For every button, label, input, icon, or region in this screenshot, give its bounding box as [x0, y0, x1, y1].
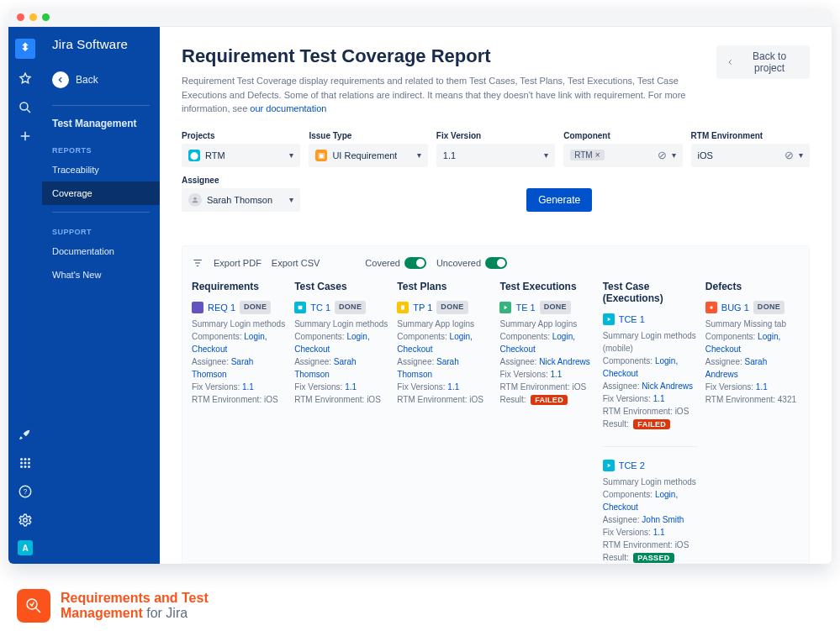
- svg-point-8: [24, 465, 27, 468]
- card-tp1[interactable]: TP 1 DONE Summary App logins Components:…: [397, 301, 491, 407]
- filter-label-issue-type: Issue Type: [309, 131, 427, 140]
- column-tce: Test Case (Executions): [603, 281, 697, 304]
- column-test-plans: Test Plans: [397, 281, 491, 292]
- product-name: Jira Software: [42, 37, 160, 66]
- covered-toggle[interactable]: Covered: [365, 257, 426, 269]
- chevron-down-icon: ▾: [544, 150, 548, 160]
- filter-label-assignee: Assignee: [182, 176, 300, 185]
- sidebar-item-documentation[interactable]: Documentation: [42, 239, 160, 263]
- assignee-select[interactable]: Sarah Thomson ▾: [182, 188, 300, 212]
- issue-type-select[interactable]: ▣UI Requirement ▾: [309, 144, 427, 167]
- chevron-down-icon: ▾: [289, 150, 293, 160]
- clear-icon[interactable]: ⊘: [785, 149, 794, 161]
- documentation-link[interactable]: our documentation: [250, 103, 326, 113]
- window-minimize-icon[interactable]: [29, 13, 37, 21]
- chevron-down-icon: ▾: [672, 150, 676, 160]
- export-csv-button[interactable]: Export CSV: [272, 258, 320, 268]
- project-sidebar: Jira Software Back Test Management REPOR…: [42, 27, 160, 564]
- back-link[interactable]: Back: [42, 66, 160, 102]
- card-tce2[interactable]: TCE 2 Summary Login methods Components: …: [603, 459, 697, 565]
- test-case-icon: [294, 302, 306, 313]
- projects-select[interactable]: ⬤RTM ▾: [182, 144, 300, 167]
- status-badge: DONE: [436, 301, 468, 314]
- svg-point-4: [20, 462, 23, 465]
- result-badge: FAILED: [531, 395, 568, 405]
- status-badge: DONE: [335, 301, 366, 314]
- environment-select[interactable]: iOS ⊘ ▾: [691, 144, 810, 167]
- product-footer: Requirements and Test Management for Jir…: [17, 589, 209, 623]
- requirement-icon: [192, 302, 203, 313]
- clear-icon[interactable]: ⊘: [658, 149, 667, 161]
- test-plan-icon: [397, 302, 409, 313]
- global-nav-rail: ? A: [8, 27, 42, 564]
- svg-point-0: [20, 103, 28, 110]
- rtm-logo-icon: [17, 589, 50, 623]
- help-icon[interactable]: ?: [17, 483, 34, 500]
- svg-point-16: [710, 306, 712, 308]
- fix-version-select[interactable]: 1.1 ▾: [436, 144, 555, 167]
- search-icon[interactable]: [17, 99, 34, 116]
- sidebar-section-reports: REPORTS: [42, 134, 160, 158]
- window-close-icon[interactable]: [17, 13, 24, 21]
- rocket-icon[interactable]: [17, 426, 34, 443]
- results-panel: Export PDF Export CSV Covered Uncovered …: [182, 245, 810, 565]
- filter-icon[interactable]: [192, 257, 203, 269]
- card-bug1[interactable]: BUG 1 DONE Summary Missing tab Component…: [705, 301, 800, 407]
- component-chip[interactable]: RTM ×: [570, 150, 604, 160]
- filter-label-environment: RTM Environment: [691, 131, 810, 140]
- plus-icon[interactable]: [17, 128, 34, 145]
- svg-point-5: [24, 462, 27, 465]
- component-select[interactable]: RTM × ⊘ ▾: [563, 144, 682, 167]
- chevron-down-icon: ▾: [417, 150, 421, 160]
- sidebar-item-whats-new[interactable]: What's New: [42, 263, 160, 287]
- result-badge: PASSED: [633, 553, 674, 563]
- tce-icon: [603, 460, 615, 471]
- column-test-executions: Test Executions: [499, 281, 594, 292]
- jira-logo-icon[interactable]: [15, 39, 35, 59]
- user-avatar[interactable]: A: [18, 540, 33, 555]
- window-titlebar: [8, 8, 832, 27]
- export-pdf-button[interactable]: Export PDF: [214, 258, 262, 268]
- svg-point-9: [28, 465, 30, 468]
- filter-label-fix-version: Fix Version: [436, 131, 555, 140]
- chevron-down-icon: ▾: [289, 195, 293, 204]
- star-icon[interactable]: [17, 71, 34, 87]
- svg-rect-15: [401, 305, 404, 309]
- apps-icon[interactable]: [17, 455, 34, 471]
- uncovered-toggle[interactable]: Uncovered: [436, 257, 507, 269]
- generate-button[interactable]: Generate: [526, 188, 592, 212]
- window-maximize-icon[interactable]: [42, 13, 50, 21]
- filter-label-component: Component: [563, 131, 682, 140]
- svg-point-12: [24, 518, 28, 523]
- status-badge: DONE: [540, 301, 571, 314]
- page-title: Requirement Test Coverage Report: [182, 45, 703, 67]
- status-badge: DONE: [753, 301, 785, 314]
- sidebar-title: Test Management: [42, 109, 160, 134]
- result-badge: FAILED: [633, 419, 670, 429]
- column-requirements: Requirements: [192, 281, 286, 292]
- svg-point-2: [24, 458, 27, 460]
- back-to-project-button[interactable]: Back to project: [716, 45, 810, 79]
- svg-rect-14: [298, 305, 303, 309]
- column-defects: Defects: [705, 281, 800, 292]
- card-tc1[interactable]: TC 1 DONE Summary Login methods Componen…: [294, 301, 388, 407]
- sidebar-item-coverage[interactable]: Coverage: [42, 181, 160, 205]
- page-description: Requirement Test Coverage display requir…: [182, 74, 703, 116]
- filter-label-projects: Projects: [182, 131, 300, 140]
- card-tce1[interactable]: TCE 1 Summary Login methods (mobile) Com…: [603, 313, 697, 431]
- card-req1[interactable]: REQ 1 DONE Summary Login methods Compone…: [192, 301, 286, 407]
- svg-point-1: [20, 458, 23, 460]
- chip-remove-icon[interactable]: ×: [595, 150, 600, 160]
- sidebar-item-traceability[interactable]: Traceability: [42, 158, 160, 181]
- svg-point-6: [28, 462, 30, 465]
- sidebar-section-support: SUPPORT: [42, 216, 160, 239]
- settings-icon[interactable]: [17, 512, 34, 528]
- svg-point-7: [20, 465, 23, 468]
- project-icon: ⬤: [188, 150, 200, 161]
- svg-text:?: ?: [24, 488, 28, 496]
- chevron-down-icon: ▾: [799, 150, 803, 160]
- card-te1[interactable]: TE 1 DONE Summary App logins Components:…: [499, 301, 594, 407]
- app-window: ? A Jira Software Back Test Management R…: [8, 8, 832, 564]
- main-content: Requirement Test Coverage Report Require…: [160, 27, 832, 564]
- column-test-cases: Test Cases: [294, 281, 388, 292]
